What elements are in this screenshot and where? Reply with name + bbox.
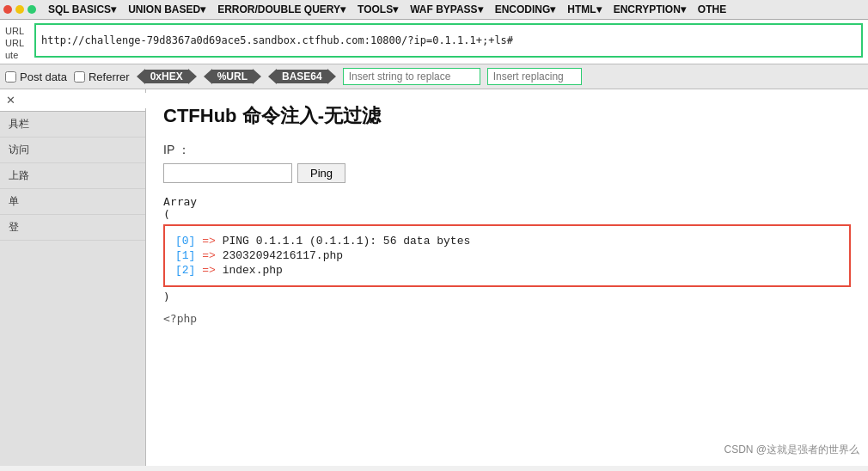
hex-arrow-left — [137, 69, 145, 84]
url-label-3: ute — [5, 50, 29, 60]
url-input[interactable] — [34, 23, 863, 58]
ip-input-row: Ping — [163, 163, 851, 183]
output-line-2: [2] => index.php — [175, 264, 839, 277]
minimize-dot — [15, 5, 24, 14]
url-label-1: URL — [5, 26, 29, 36]
menu-encryption[interactable]: ENCRYPTION▾ — [608, 2, 691, 17]
output-value-2: index.php — [223, 264, 283, 277]
hex-group: 0xHEX — [137, 69, 197, 84]
sidebar: ✕ 🔍 具栏 访问 上路 单 登 — [0, 89, 146, 466]
array-open-paren: ( — [163, 208, 851, 221]
close-dot — [3, 5, 12, 14]
output-box: [0] => PING 0.1.1.1 (0.1.1.1): 56 data b… — [163, 224, 851, 287]
referrer-checkbox[interactable] — [74, 71, 85, 83]
ip-input[interactable] — [163, 163, 292, 183]
referrer-group: Referrer — [74, 70, 130, 83]
insert-string-input[interactable] — [343, 68, 480, 85]
sidebar-item-1[interactable]: 访问 — [0, 138, 145, 163]
url-encode-group: %URL — [204, 69, 261, 84]
b64-arrow-right — [327, 69, 336, 84]
output-line-0: [0] => PING 0.1.1.1 (0.1.1.1): 56 data b… — [175, 235, 839, 248]
menu-union-based[interactable]: UNION BASED▾ — [123, 2, 211, 17]
post-data-checkbox[interactable] — [5, 71, 16, 83]
sidebar-item-2[interactable]: 上路 — [0, 163, 145, 189]
arrow-1: => — [202, 249, 222, 262]
array-close-paren: ) — [163, 291, 851, 303]
ip-section: IP ： Ping — [163, 143, 851, 183]
arrow-2: => — [202, 264, 222, 277]
php-tag: <?php — [163, 312, 851, 325]
bracket-1: [1] — [175, 249, 195, 262]
sidebar-item-0[interactable]: 具栏 — [0, 112, 145, 138]
hex-arrow-right — [188, 69, 197, 84]
page-title: CTFHub 命令注入-无过滤 — [163, 103, 851, 129]
insert-replacing-input[interactable] — [487, 68, 582, 85]
main-layout: ✕ 🔍 具栏 访问 上路 单 登 CTFHub 命令注入-无过滤 IP ： Pi… — [0, 89, 868, 466]
url-arrow-left — [204, 69, 212, 84]
url-labels: URL URL ute — [5, 23, 29, 60]
maximize-dot — [28, 5, 36, 14]
arrow-0: => — [202, 235, 222, 248]
sidebar-item-3[interactable]: 单 — [0, 189, 145, 215]
post-data-label: Post data — [20, 70, 67, 83]
window-controls — [3, 5, 36, 14]
ping-button[interactable]: Ping — [297, 163, 345, 183]
ip-label: IP ： — [163, 143, 851, 158]
menu-sql-basics[interactable]: SQL BASICS▾ — [43, 2, 121, 17]
sidebar-search-bar: ✕ 🔍 — [0, 89, 145, 112]
menu-html[interactable]: HTML▾ — [562, 2, 606, 17]
output-value-0: PING 0.1.1.1 (0.1.1.1): 56 data bytes — [223, 235, 471, 248]
output-line-1: [1] => 23032094216117.php — [175, 249, 839, 262]
b64-label: BASE64 — [277, 70, 327, 83]
output-section: Array ( [0] => PING 0.1.1.1 (0.1.1.1): 5… — [163, 195, 851, 303]
content-area: CTFHub 命令注入-无过滤 IP ： Ping Array ( [0] =>… — [146, 89, 868, 466]
hex-label: 0xHEX — [145, 70, 188, 83]
bracket-0: [0] — [175, 235, 195, 248]
menu-waf-bypass[interactable]: WAF BYPASS▾ — [405, 2, 487, 17]
sidebar-close-button[interactable]: ✕ — [3, 92, 19, 108]
menu-error-double[interactable]: ERROR/DOUBLE QUERY▾ — [212, 2, 351, 17]
sidebar-item-4[interactable]: 登 — [0, 215, 145, 241]
menu-tools[interactable]: TOOLS▾ — [352, 2, 403, 17]
url-area: URL URL ute — [0, 20, 868, 64]
sidebar-search-input[interactable] — [19, 93, 155, 108]
array-label: Array — [163, 195, 851, 208]
bracket-2: [2] — [175, 264, 195, 277]
output-value-1: 23032094216117.php — [223, 249, 343, 262]
url-label-2: URL — [5, 38, 29, 48]
b64-arrow-left — [268, 69, 277, 84]
menu-other[interactable]: OTHE — [693, 2, 731, 17]
url-arrow-right — [253, 69, 261, 84]
toolbar-row: Post data Referrer 0xHEX %URL BASE64 — [0, 64, 868, 89]
url-encode-label: %URL — [212, 70, 253, 83]
watermark: CSDN @这就是强者的世界么 — [724, 443, 859, 457]
menu-encoding[interactable]: ENCODING▾ — [490, 2, 561, 17]
b64-group: BASE64 — [268, 69, 336, 84]
post-data-group: Post data — [5, 70, 67, 83]
menubar: SQL BASICS▾ UNION BASED▾ ERROR/DOUBLE QU… — [0, 0, 868, 20]
referrer-label: Referrer — [89, 70, 130, 83]
